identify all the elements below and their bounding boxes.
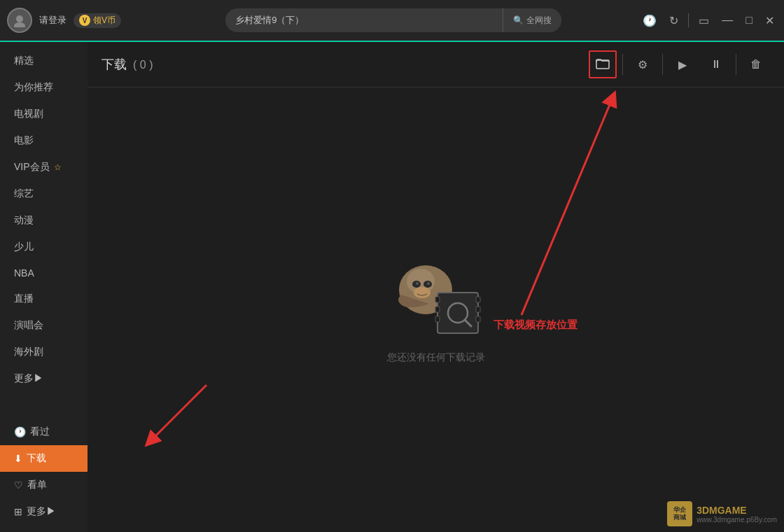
empty-illustration — [387, 256, 485, 340]
settings-button[interactable]: ⚙ — [629, 50, 657, 78]
sidebar-item-label: 精选 — [14, 55, 34, 67]
avatar[interactable] — [7, 8, 32, 33]
sidebar-item-label: 演唱会 — [14, 319, 43, 332]
folder-button[interactable] — [589, 50, 617, 78]
empty-state: 您还没有任何下载记录 — [88, 88, 784, 532]
sidebar-item-more[interactable]: 更多▶ — [0, 365, 88, 392]
search-btn-label: 全网搜 — [526, 15, 552, 27]
sidebar-item-more-bottom[interactable]: ⊞ 更多▶ — [0, 498, 88, 525]
sidebar-item-nba[interactable]: NBA — [0, 260, 88, 286]
refresh-button[interactable]: ↻ — [666, 11, 681, 30]
sidebar-item-label: 综艺 — [14, 188, 34, 200]
empty-illustration-svg — [387, 256, 485, 340]
search-bar: 🔍 全网搜 — [225, 8, 561, 32]
maximize-button[interactable]: □ — [743, 11, 755, 29]
sidebar-item-label: 更多▶ — [27, 505, 56, 518]
sidebar-item-vip[interactable]: VIP会员 ☆ — [0, 154, 88, 181]
svg-rect-16 — [476, 316, 480, 322]
svg-point-8 — [427, 282, 430, 285]
play-icon: ▶ — [678, 58, 687, 71]
sidebar-item-concert[interactable]: 演唱会 — [0, 312, 88, 339]
maximize-icon: □ — [746, 14, 752, 27]
content-header: 下载 ( 0 ) ⚙ — [88, 42, 784, 88]
sidebar-item-recommend[interactable]: 为你推荐 — [0, 74, 88, 101]
sidebar-item-history[interactable]: 🕐 看过 — [0, 419, 88, 445]
header-right: 🕐 ↻ ▭ — □ ✕ — [640, 11, 777, 30]
toolbar-divider-1 — [622, 54, 623, 75]
sidebar-item-label: 动漫 — [14, 214, 34, 227]
minimize-icon: — — [722, 14, 733, 27]
sidebar-item-label: 少儿 — [14, 241, 34, 253]
delete-button[interactable]: 🗑 — [742, 50, 770, 78]
close-icon: ✕ — [765, 14, 774, 27]
content-toolbar: ⚙ ▶ ⏸ 🗑 — [589, 50, 770, 78]
folder-icon — [596, 57, 610, 72]
sidebar-item-jingxuan[interactable]: 精选 — [0, 48, 88, 74]
sidebar-item-label: 电视剧 — [14, 108, 43, 120]
sidebar-item-label: VIP会员 — [14, 161, 50, 174]
empty-text: 您还没有任何下载记录 — [387, 351, 485, 364]
sidebar-item-label: NBA — [14, 267, 34, 279]
settings-icon: ⚙ — [638, 58, 648, 71]
sidebar-item-label: 更多▶ — [14, 372, 43, 385]
sidebar-item-anime[interactable]: 动漫 — [0, 207, 88, 234]
header: 请登录 V 领V币 🔍 全网搜 🕐 ↻ ▭ — □ — [0, 0, 784, 42]
watchlist-icon: ♡ — [14, 479, 23, 491]
content-title-group: 下载 ( 0 ) — [102, 56, 153, 73]
login-label[interactable]: 请登录 — [39, 14, 66, 27]
vip-star-icon: ☆ — [54, 162, 62, 172]
sidebar: 精选 为你推荐 电视剧 电影 VIP会员 ☆ 综艺 动漫 少儿 NBA 直播 — [0, 42, 88, 532]
svg-point-0 — [16, 15, 23, 22]
sidebar-item-movie[interactable]: 电影 — [0, 127, 88, 154]
history-button[interactable]: 🕐 — [640, 11, 659, 30]
watermark-logo-text: 华企 商城 — [673, 506, 686, 522]
sidebar-item-kids[interactable]: 少儿 — [0, 234, 88, 260]
sidebar-item-tv[interactable]: 电视剧 — [0, 101, 88, 127]
title-count: ( 0 ) — [133, 59, 153, 71]
header-divider — [688, 13, 689, 27]
search-input[interactable] — [225, 15, 503, 26]
close-button[interactable]: ✕ — [762, 11, 777, 30]
svg-point-1 — [14, 22, 25, 27]
pause-all-button[interactable]: ⏸ — [702, 50, 730, 78]
sidebar-item-live[interactable]: 直播 — [0, 286, 88, 312]
main-layout: 精选 为你推荐 电视剧 电影 VIP会员 ☆ 综艺 动漫 少儿 NBA 直播 — [0, 42, 784, 532]
search-icon: 🔍 — [513, 15, 524, 25]
sidebar-spacer — [0, 392, 88, 419]
sidebar-bottom: 🕐 看过 ⬇ 下载 ♡ 看单 ⊞ 更多▶ — [0, 419, 88, 532]
sidebar-item-label: 下载 — [27, 452, 46, 465]
sidebar-item-overseas[interactable]: 海外剧 — [0, 339, 88, 365]
toolbar-divider-2 — [662, 54, 663, 75]
sidebar-item-label: 海外剧 — [14, 346, 43, 358]
coin-label: 领V币 — [93, 15, 115, 27]
sidebar-item-watchlist[interactable]: ♡ 看单 — [0, 472, 88, 498]
svg-rect-10 — [438, 293, 478, 333]
svg-rect-13 — [435, 316, 440, 322]
history-sidebar-icon: 🕐 — [14, 426, 26, 438]
more-icon: ⊞ — [14, 506, 22, 517]
svg-rect-11 — [435, 297, 440, 302]
sidebar-item-variety[interactable]: 综艺 — [0, 181, 88, 207]
header-center: 🔍 全网搜 — [147, 8, 640, 32]
coin-badge[interactable]: V 领V币 — [74, 13, 121, 28]
toolbar-divider-3 — [736, 54, 736, 75]
search-button[interactable]: 🔍 全网搜 — [503, 8, 561, 32]
minimize-button[interactable]: — — [719, 11, 736, 29]
page-title: 下载 ( 0 ) — [102, 57, 153, 71]
sidebar-item-label: 直播 — [14, 293, 34, 305]
play-all-button[interactable]: ▶ — [668, 50, 696, 78]
watermark-logo: 华企 商城 — [667, 501, 692, 526]
svg-point-9 — [414, 287, 430, 298]
sidebar-item-download[interactable]: ⬇ 下载 — [0, 445, 88, 472]
svg-rect-12 — [435, 307, 440, 312]
refresh-icon: ↻ — [669, 14, 678, 27]
watermark-site: 3DMGAME — [696, 505, 777, 516]
header-left: 请登录 V 领V币 — [7, 8, 147, 33]
sidebar-item-label: 看过 — [30, 426, 50, 438]
sidebar-item-label: 为你推荐 — [14, 81, 53, 94]
title-text: 下载 — [102, 57, 127, 71]
svg-rect-14 — [476, 297, 480, 302]
svg-rect-2 — [596, 60, 609, 69]
watermark-text-group: 3DMGAME www.3dmgame.p6By.com — [696, 505, 777, 524]
window-button[interactable]: ▭ — [696, 11, 712, 30]
